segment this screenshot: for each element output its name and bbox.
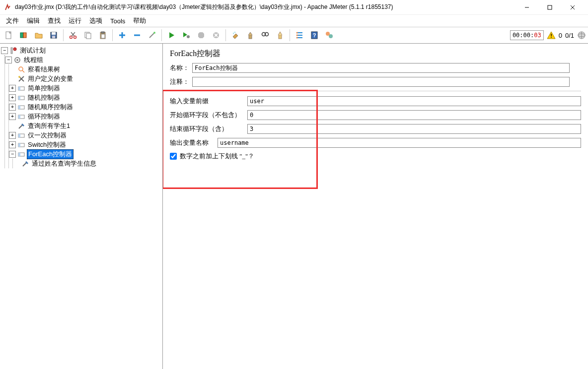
controller-icon: [17, 84, 25, 92]
collapse-icon[interactable]: −: [1, 47, 8, 54]
tree-item[interactable]: 用户定义的变量: [9, 74, 161, 83]
controller-icon: [17, 113, 25, 121]
tree-item[interactable]: +仅一次控制器: [9, 130, 161, 140]
globe-icon[interactable]: [577, 31, 586, 40]
remove-button[interactable]: [130, 28, 144, 42]
output-label: 输出变量名称: [170, 138, 215, 147]
search-button[interactable]: [258, 28, 272, 42]
svg-point-23: [153, 32, 155, 34]
copy-button[interactable]: [81, 28, 95, 42]
clear-button[interactable]: [228, 28, 242, 42]
svg-point-40: [296, 37, 298, 39]
collapse-icon[interactable]: −: [9, 151, 16, 158]
timer-display: 00:00:03: [510, 30, 544, 40]
menu-options[interactable]: 选项: [86, 15, 105, 26]
row-underscore: 数字之前加上下划线 "_"？: [170, 152, 581, 161]
expand-icon[interactable]: +: [9, 85, 16, 92]
svg-rect-65: [18, 115, 20, 119]
sampler-icon: [17, 122, 25, 130]
cut-button[interactable]: [66, 28, 80, 42]
menu-file[interactable]: 文件: [3, 15, 22, 26]
templates-button[interactable]: [17, 28, 31, 42]
menu-edit[interactable]: 编辑: [24, 15, 43, 26]
warning-icon[interactable]: !: [547, 31, 556, 40]
expand-icon[interactable]: +: [9, 141, 16, 148]
close-button[interactable]: [561, 0, 584, 15]
svg-rect-18: [101, 34, 105, 38]
svg-point-44: [329, 34, 333, 38]
tree-item[interactable]: +循环控制器: [9, 112, 161, 121]
controller-icon: [17, 103, 25, 111]
tree-item[interactable]: +Switch控制器: [9, 140, 161, 149]
comment-input[interactable]: [192, 77, 570, 87]
underscore-checkbox[interactable]: [170, 153, 177, 160]
tree-pane[interactable]: − 测试计划 − 线程组 察看结果树: [0, 44, 163, 369]
collapse-icon[interactable]: −: [5, 57, 12, 63]
add-button[interactable]: [115, 28, 129, 42]
name-label: 名称：: [170, 63, 189, 72]
reset-search-button[interactable]: [273, 28, 287, 42]
stop-button[interactable]: [194, 28, 208, 42]
save-button[interactable]: [47, 28, 61, 42]
end-label: 结束循环字段（含）: [170, 124, 244, 133]
tree-item[interactable]: +随机控制器: [9, 93, 161, 102]
end-input[interactable]: [247, 124, 581, 134]
svg-point-29: [234, 32, 235, 33]
svg-point-38: [296, 32, 298, 34]
tree-threadgroup[interactable]: − 线程组: [5, 55, 161, 64]
tree-root[interactable]: − 测试计划: [1, 46, 161, 55]
window-title: day03作业.jmx (D:\我的工作\自动化测试学习\课程视频\day03（…: [15, 3, 515, 11]
menu-tools[interactable]: Tools: [107, 16, 128, 26]
row-end: 结束循环字段（含）: [170, 124, 581, 134]
svg-rect-5: [20, 33, 23, 38]
toggle-button[interactable]: [322, 28, 336, 42]
tree-item[interactable]: 通过姓名查询学生信息: [13, 159, 161, 168]
svg-rect-63: [18, 106, 20, 109]
svg-point-28: [233, 33, 234, 34]
output-input[interactable]: [218, 138, 581, 148]
expand-icon[interactable]: +: [9, 113, 16, 120]
tree-item[interactable]: +简单控制器: [9, 83, 161, 93]
tree-label: Switch控制器: [27, 140, 67, 149]
start-no-pause-button[interactable]: [179, 28, 193, 42]
wand-button[interactable]: [145, 28, 159, 42]
svg-rect-30: [249, 35, 252, 39]
paste-button[interactable]: [96, 28, 110, 42]
thread-counts: 0/1: [565, 32, 574, 39]
tree-item[interactable]: 查询所有学生1: [9, 121, 161, 130]
prefix-input[interactable]: [247, 96, 581, 106]
tree-label: ForEach控制器: [27, 149, 74, 159]
svg-rect-49: [11, 48, 12, 54]
maximize-button[interactable]: [538, 0, 561, 15]
form-title: ForEach控制器: [170, 49, 581, 59]
menu-search[interactable]: 查找: [45, 15, 64, 26]
minimize-button[interactable]: [515, 0, 538, 15]
row-start: 开始循环字段（不包含）: [170, 110, 581, 120]
new-button[interactable]: [2, 28, 16, 42]
help-button[interactable]: ?: [307, 28, 321, 42]
expand-icon[interactable]: +: [9, 94, 16, 101]
clear-all-button[interactable]: [243, 28, 257, 42]
menu-run[interactable]: 运行: [66, 15, 84, 26]
name-input[interactable]: [192, 63, 570, 73]
tree-item-selected[interactable]: −ForEach控制器: [9, 149, 161, 159]
tree-label: 察看结果树: [27, 65, 61, 74]
expand-icon[interactable]: +: [9, 104, 16, 111]
expand-icon[interactable]: +: [9, 132, 16, 139]
tree-item[interactable]: +随机顺序控制器: [9, 102, 161, 112]
separator: [225, 29, 226, 41]
svg-line-54: [22, 70, 24, 72]
svg-point-39: [296, 35, 298, 36]
tree-item[interactable]: 察看结果树: [9, 64, 161, 74]
function-helper-button[interactable]: [293, 28, 306, 42]
svg-line-13: [71, 32, 74, 36]
svg-point-52: [16, 59, 18, 61]
start-button[interactable]: [164, 28, 178, 42]
open-button[interactable]: [32, 28, 46, 42]
shutdown-button[interactable]: [209, 28, 223, 42]
controller-icon: [17, 150, 25, 158]
menu-help[interactable]: 帮助: [130, 15, 149, 26]
start-input[interactable]: [247, 110, 581, 120]
row-prefix: 输入变量前缀: [170, 96, 581, 106]
svg-rect-9: [52, 36, 55, 38]
